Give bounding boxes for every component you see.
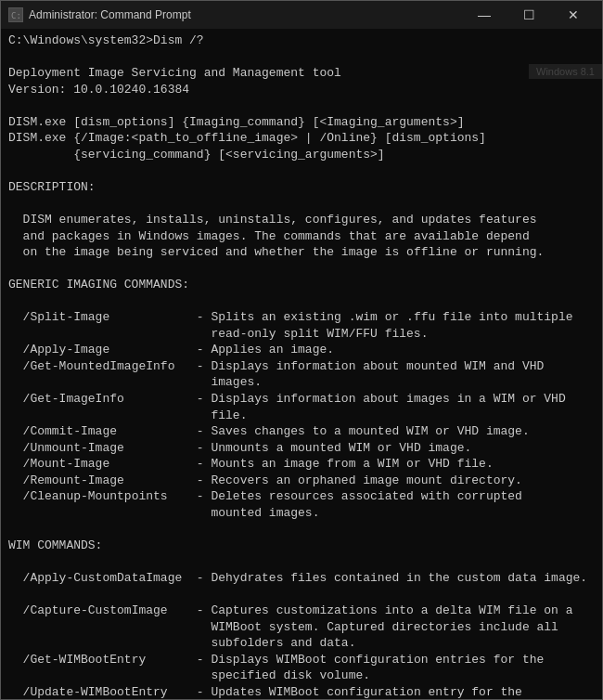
- maximize-button[interactable]: ☐: [507, 1, 550, 29]
- close-button[interactable]: ✕: [552, 1, 595, 29]
- console-area[interactable]: Windows 8.1 C:\Windows\system32>Dism /? …: [1, 29, 602, 699]
- console-content: C:\Windows\system32>Dism /? Deployment I…: [8, 32, 595, 699]
- title-bar-left: C: Administrator: Command Prompt: [8, 7, 191, 22]
- svg-text:C:: C:: [11, 11, 21, 20]
- title-bar: C: Administrator: Command Prompt — ☐ ✕: [1, 1, 602, 29]
- window-title: Administrator: Command Prompt: [29, 8, 191, 21]
- window-controls: — ☐ ✕: [463, 1, 595, 29]
- cmd-window: C: Administrator: Command Prompt — ☐ ✕ W…: [0, 0, 603, 700]
- cmd-icon: C:: [8, 7, 23, 22]
- minimize-button[interactable]: —: [463, 1, 506, 29]
